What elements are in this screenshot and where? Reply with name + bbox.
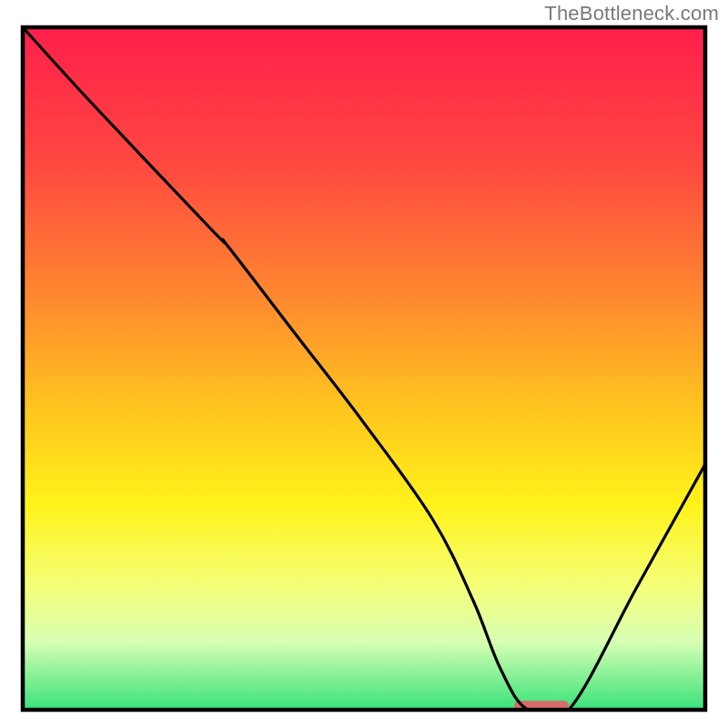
plot-background <box>23 27 705 710</box>
bottleneck-chart <box>0 0 728 728</box>
chart-stage: TheBottleneck.com <box>0 0 728 728</box>
